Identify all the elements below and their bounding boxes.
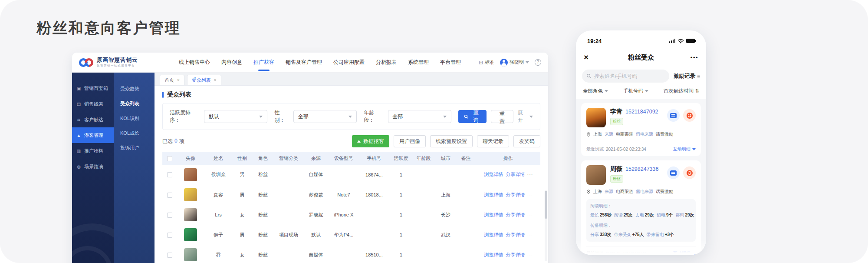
share-detail-link[interactable]: 分享详情 (506, 232, 525, 237)
lead-quota-button[interactable]: 线索额度设置 (430, 135, 473, 147)
first-touch-sort[interactable]: 首次触达时间⇅ (664, 88, 699, 94)
phone-number-filter[interactable]: 手机号码 (623, 88, 648, 94)
sidebar-secondary: 受众趋势 受众列表 KOL识别 KOL成长 投诉用户 (114, 73, 155, 263)
submenu-complaint-users[interactable]: 投诉用户 (114, 140, 155, 155)
user-menu[interactable]: 张晓明 (500, 59, 529, 67)
role-filter[interactable]: 全部角色 (583, 88, 608, 94)
view-detail-link[interactable]: 浏览详情 (484, 232, 503, 237)
share-detail-link[interactable]: 分享详情 (506, 212, 525, 217)
view-detail-link[interactable]: 浏览详情 (484, 172, 503, 177)
reset-button[interactable]: 重置 (491, 110, 513, 123)
search-input[interactable]: 搜索姓名/手机号码 (582, 70, 669, 83)
nav-item-online-sales[interactable]: 线上销售中心 (179, 53, 210, 73)
row-checkbox[interactable] (167, 193, 172, 198)
row-checkbox[interactable] (167, 172, 172, 177)
stat-value: 9个 (666, 212, 673, 218)
select-all-checkbox[interactable] (167, 156, 172, 161)
sidebar-item-roadshow[interactable]: ◍场景路演 (72, 159, 114, 174)
source-label: 来源 (605, 189, 613, 195)
table-row: 狮子 男 粉丝 项目现场 默认 华为P4... 1 武汉 (162, 225, 540, 245)
select-value: 全部 (393, 113, 403, 120)
status-icons (669, 39, 695, 43)
more-actions-icon[interactable]: ··· (527, 172, 533, 177)
more-actions-icon[interactable]: ··· (527, 252, 533, 257)
sidebar-item-materials[interactable]: ▥推广物料 (72, 143, 114, 159)
cell-activity: 1 (390, 205, 412, 225)
audience-card[interactable]: 李青 15211847092 粉丝 上海 来源 电商渠道 留电来源 (581, 103, 701, 156)
incentive-record-link[interactable]: 激励记录 ≡ (674, 73, 700, 80)
sidebar-item-reach[interactable]: ≋客户触达 (72, 112, 114, 127)
read-stats: 最长256秒 阅读29次 去电29次 留电9个 咨询29次 (590, 212, 692, 218)
nav-item-sales-crm[interactable]: 销售及客户管理 (286, 53, 322, 73)
submenu-audience-trend[interactable]: 受众趋势 (114, 81, 155, 96)
cell-name: 侯圳众 (204, 165, 233, 185)
fan-badge: 粉丝 (610, 175, 623, 183)
view-detail-link[interactable]: 浏览详情 (484, 192, 503, 197)
vertical-scrollbar[interactable] (545, 190, 547, 261)
expand-toggle[interactable]: 展开 (518, 109, 533, 124)
close-icon[interactable]: × (177, 78, 180, 83)
row-checkbox[interactable] (167, 253, 172, 258)
sidebar-item-prospects[interactable]: ▲潜客管理 (72, 127, 114, 143)
sidebar-item-toolbox[interactable]: ▣营销百宝箱 (72, 80, 114, 96)
interaction-detail-toggle[interactable]: 互动明细 (673, 146, 696, 152)
sort-select[interactable]: 默认 (204, 110, 267, 123)
nav-item-system[interactable]: 系统管理 (408, 53, 429, 73)
chat-record-button[interactable]: 聊天记录 (477, 135, 509, 147)
workspace-switcher[interactable]: ⊞ 标准 (479, 59, 494, 66)
view-detail-link[interactable]: 浏览详情 (484, 212, 503, 217)
chat-icon (670, 170, 677, 176)
card-actions (667, 108, 696, 127)
reward-code-button[interactable]: 发奖码 (513, 135, 540, 147)
nav-item-promotion[interactable]: 推广获客 (253, 53, 274, 73)
query-button[interactable]: 查询 (458, 110, 487, 123)
contact-phone[interactable]: 15211847092 (625, 109, 658, 115)
nav-item-platform[interactable]: 平台管理 (440, 53, 461, 73)
audience-card[interactable]: 周薇 15298247336 粉丝 上海 来源 电商渠道 留电来源 (581, 160, 701, 255)
mining-icon (357, 140, 361, 143)
submenu-audience-list[interactable]: 受众列表 (114, 96, 155, 111)
share-detail-link[interactable]: 分享详情 (506, 252, 525, 257)
nav-item-app-config[interactable]: 公司应用配置 (333, 53, 365, 73)
interaction-detail-toggle[interactable]: 互动明细 (673, 250, 696, 255)
close-icon[interactable]: × (584, 53, 589, 62)
nav-item-content[interactable]: 内容创意 (221, 53, 242, 73)
share-detail-link[interactable]: 分享详情 (506, 172, 525, 177)
share-detail-link[interactable]: 分享详情 (506, 192, 525, 197)
more-actions-icon[interactable]: ··· (527, 232, 533, 237)
user-portrait-button[interactable]: 用户画像 (394, 135, 426, 147)
more-menu-icon[interactable]: ••• (690, 54, 698, 61)
tab-audience-list[interactable]: 受众列表× (187, 75, 221, 85)
sidebar-item-leads[interactable]: ▤销售线索 (72, 96, 114, 112)
stat-label: 带来受众 (614, 232, 631, 238)
contact-phone[interactable]: 15298247336 (625, 166, 658, 172)
more-actions-icon[interactable]: ··· (527, 212, 533, 217)
age-select[interactable]: 全部 (388, 110, 451, 123)
submenu-kol-growth[interactable]: KOL成长 (114, 126, 155, 140)
data-mining-button[interactable]: 数据挖客 (352, 135, 389, 147)
call-record-button[interactable] (683, 166, 696, 179)
more-actions-icon[interactable]: ··· (527, 192, 533, 197)
stat-label: 留电 (657, 212, 665, 218)
city: 上海 (593, 131, 602, 137)
cell-role: 粉丝 (252, 225, 274, 245)
help-icon[interactable]: ? (535, 59, 541, 66)
row-checkbox[interactable] (167, 233, 172, 238)
gender-select[interactable]: 全部 (293, 110, 357, 123)
call-record-button[interactable] (683, 109, 696, 122)
cell-gender: 男 (233, 225, 252, 245)
nav-item-analytics[interactable]: 分析报表 (376, 53, 397, 73)
tab-home[interactable]: 首页× (160, 75, 184, 85)
submenu-kol-identify[interactable]: KOL识别 (114, 111, 155, 126)
stat-value: +75人 (632, 232, 644, 238)
chat-button[interactable] (667, 166, 680, 179)
chevron-down-icon (692, 148, 696, 150)
cell-age (412, 225, 435, 245)
cell-name: 真容 (204, 185, 233, 205)
col-name: 姓名 (204, 152, 233, 165)
row-checkbox[interactable] (167, 213, 172, 218)
close-icon[interactable]: × (214, 78, 217, 83)
selection-prefix: 已选 (162, 138, 173, 145)
chat-button[interactable] (667, 109, 680, 122)
view-detail-link[interactable]: 浏览详情 (484, 252, 503, 257)
